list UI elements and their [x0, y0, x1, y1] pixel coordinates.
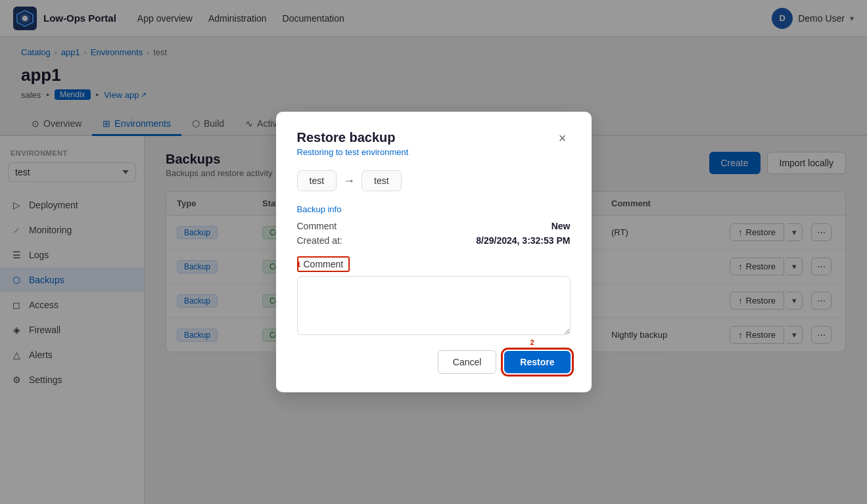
modal-overlay: Restore backup Restoring to test environ… [0, 0, 867, 504]
modal-close-button[interactable]: × [555, 130, 571, 146]
modal-subtitle: Restoring to test environment [297, 147, 409, 157]
env-arrow-icon: → [343, 174, 355, 188]
backup-comment-label: Comment [297, 221, 337, 231]
modal-footer: 2 Cancel Restore [297, 350, 571, 374]
modal-title: Restore backup [297, 130, 409, 145]
env-target-box: test [362, 170, 402, 191]
restore-modal-button[interactable]: Restore [504, 351, 570, 373]
backup-info-label: Backup info [297, 204, 571, 214]
backup-comment-row: Comment New [297, 221, 571, 231]
comment-section: Comment 1 [297, 256, 571, 337]
comment-field-label: Comment [297, 256, 350, 272]
env-flow: test → test [297, 170, 571, 191]
modal-title-area: Restore backup Restoring to test environ… [297, 130, 409, 157]
backup-created-value: 8/29/2024, 3:32:53 PM [476, 235, 570, 246]
annotation-2: 2 [530, 338, 534, 346]
cancel-button[interactable]: Cancel [438, 350, 497, 374]
backup-created-row: Created at: 8/29/2024, 3:32:53 PM [297, 235, 571, 246]
annotation-1: 1 [297, 260, 301, 268]
modal-header: Restore backup Restoring to test environ… [297, 130, 571, 157]
comment-label-row: Comment 1 [297, 256, 571, 272]
env-source-box: test [297, 170, 337, 191]
comment-textarea[interactable] [297, 276, 571, 335]
restore-backup-modal: Restore backup Restoring to test environ… [276, 112, 592, 392]
backup-created-label: Created at: [297, 235, 342, 246]
backup-comment-value: New [551, 221, 571, 231]
